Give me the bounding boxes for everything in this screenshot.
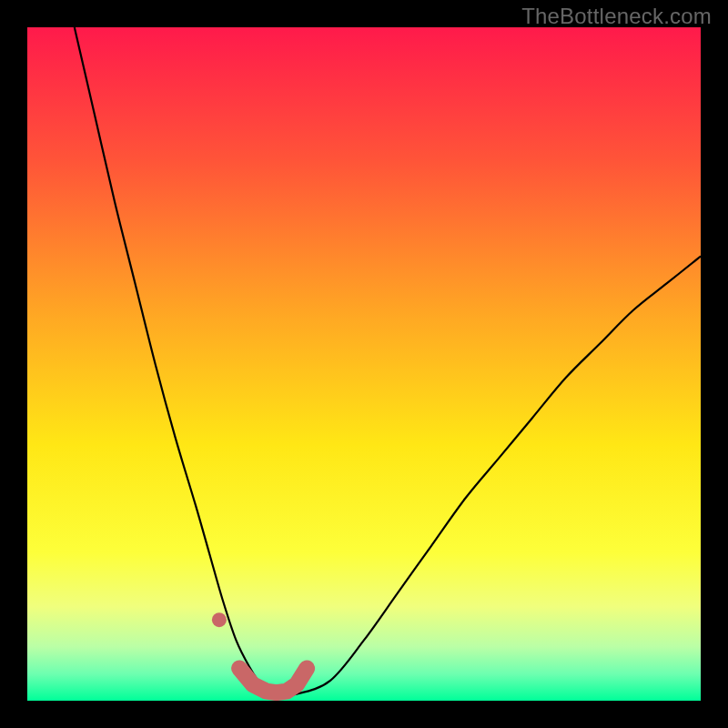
chart-frame: TheBottleneck.com [0,0,728,728]
plot-svg [27,27,701,701]
plot-area [27,27,701,701]
watermark-text: TheBottleneck.com [521,4,712,29]
gradient-background [27,27,701,701]
bottleneck-marker-dot [212,612,227,627]
